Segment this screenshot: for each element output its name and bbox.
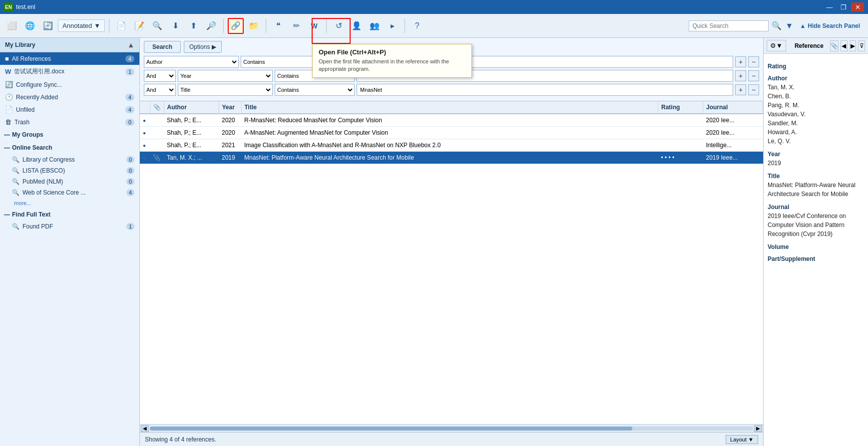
table-row[interactable]: ● Shah, P.; E... 2020 A-MnasNet: Augment… xyxy=(140,127,763,139)
annotated-dropdown[interactable]: Annotated ▼ xyxy=(58,19,105,32)
add-row-1-button[interactable]: + xyxy=(735,56,746,67)
status-text: Showing 4 of 4 references. xyxy=(145,436,216,443)
col-header-journal[interactable]: Journal xyxy=(703,101,763,114)
group-icon[interactable]: 👥 xyxy=(367,18,383,34)
row-rating xyxy=(658,139,703,152)
find-text-icon[interactable]: 🔎 xyxy=(203,18,219,34)
sync-icon[interactable]: 🔄 xyxy=(40,18,56,34)
condition-select-1[interactable]: ContainsDoes Not ContainIs xyxy=(241,56,321,68)
remove-row-2-button[interactable]: − xyxy=(748,70,759,81)
tab-reference[interactable]: Reference xyxy=(790,40,828,51)
quote-icon[interactable]: ❝ xyxy=(270,18,286,34)
sidebar-collapse-btn[interactable]: ▲ xyxy=(127,41,134,49)
new-ref-icon[interactable]: 📄 xyxy=(113,18,129,34)
field-select-1[interactable]: AuthorYearTitle xyxy=(144,56,239,68)
new-ref2-icon[interactable]: 📝 xyxy=(131,18,147,34)
horizontal-scrollbar[interactable]: ◀ ▶ xyxy=(140,424,763,432)
title-bar: EN test.enl — ❐ ✕ xyxy=(0,0,868,14)
scroll-track[interactable] xyxy=(150,427,753,431)
scroll-right-arrow[interactable]: ▶ xyxy=(754,425,762,432)
col-header-title[interactable]: Title xyxy=(241,101,658,114)
table-row[interactable]: ○ 📎 Tan, M. X.; ... 2019 MnasNet: Platfo… xyxy=(140,152,763,164)
table-row[interactable]: ● Shah, P.; E... 2020 R-MnasNet: Reduced… xyxy=(140,114,763,127)
field-select-2[interactable]: YearAuthorTitle xyxy=(178,70,273,82)
sidebar-item-library-of-congress[interactable]: 🔍 Library of Congress 0 xyxy=(0,154,139,165)
rp-prev-button[interactable]: ◀ xyxy=(841,40,848,51)
trash-count: 0 xyxy=(125,119,134,126)
results-area[interactable]: 📎 Author Year Title Rating Journal ● Sha… xyxy=(140,101,763,424)
rp-filter-button[interactable]: ⊽ xyxy=(858,40,865,51)
export-icon[interactable]: ⬆ xyxy=(185,18,201,34)
hide-search-panel-button[interactable]: ▲ Hide Search Panel xyxy=(796,20,864,31)
row-author: Shah, P.; E... xyxy=(164,114,219,127)
quick-search-btn[interactable]: 🔍 xyxy=(771,18,783,34)
rp-attach-button[interactable]: 📎 xyxy=(830,40,839,51)
bool-select-2[interactable]: AndOrNot xyxy=(144,70,176,82)
col-header-author[interactable]: Author xyxy=(164,101,219,114)
quick-search-dropdown[interactable]: ▼ xyxy=(785,18,794,34)
author-icon[interactable]: 👤 xyxy=(349,18,365,34)
online-search-more-link[interactable]: more... xyxy=(0,198,139,208)
word-icon[interactable]: W xyxy=(306,18,322,34)
local-library-icon[interactable]: ⬜ xyxy=(4,18,20,34)
separator-2 xyxy=(223,19,224,33)
sidebar-item-recently-added[interactable]: 🕐 Recently Added 4 xyxy=(0,91,139,103)
pubmed-count: 0 xyxy=(126,178,134,185)
layout-button[interactable]: Layout ▼ xyxy=(726,435,758,444)
remove-row-3-button[interactable]: − xyxy=(748,84,759,95)
add-row-2-button[interactable]: + xyxy=(735,70,746,81)
restore-button[interactable]: ❐ xyxy=(837,2,850,11)
import-icon[interactable]: ⬇ xyxy=(167,18,183,34)
quick-search-input[interactable] xyxy=(689,20,769,31)
col-header-dot[interactable] xyxy=(140,101,150,114)
search-button[interactable]: Search xyxy=(144,41,181,53)
status-bar: Showing 4 of 4 references. Layout ▼ xyxy=(140,432,763,446)
wos-label: Web of Science Core ... xyxy=(22,189,86,196)
my-groups-header[interactable]: — My Groups xyxy=(0,128,139,141)
quick-search-area: 🔍 ▼ ▲ Hide Search Panel xyxy=(689,18,864,34)
configure-sync-label: Configure Sync... xyxy=(16,81,62,88)
refresh-icon[interactable]: ↺ xyxy=(331,18,347,34)
col-header-year[interactable]: Year xyxy=(219,101,241,114)
col-header-attach[interactable]: 📎 xyxy=(150,101,164,114)
options-button[interactable]: Options ▶ xyxy=(184,41,222,53)
found-pdf-icon: 🔍 xyxy=(12,223,19,230)
more-icon[interactable]: ▸ xyxy=(385,18,401,34)
value-input-3[interactable] xyxy=(357,84,733,96)
help-icon[interactable]: ? xyxy=(409,18,425,34)
table-row[interactable]: ● Shah, P.; E... 2021 Image Classificati… xyxy=(140,139,763,152)
sidebar-item-trash[interactable]: 🗑 Trash 0 xyxy=(0,116,139,128)
remove-row-1-button[interactable]: − xyxy=(748,56,759,67)
close-button[interactable]: ✕ xyxy=(851,2,864,11)
sidebar-item-configure-sync[interactable]: 🔄 Configure Sync... xyxy=(0,78,139,91)
sidebar-item-lista-ebsco[interactable]: 🔍 LISTA (EBSCO) 0 xyxy=(0,165,139,176)
sidebar-item-found-pdf[interactable]: 🔍 Found PDF 1 xyxy=(0,221,139,232)
col-header-rating[interactable]: Rating xyxy=(658,101,703,114)
scroll-thumb[interactable] xyxy=(150,427,632,431)
sidebar-item-web-of-science[interactable]: 🔍 Web of Science Core ... 4 xyxy=(0,187,139,198)
rp-gear-button[interactable]: ⚙▼ xyxy=(767,40,786,51)
find-full-text-header[interactable]: — Find Full Text xyxy=(0,208,139,221)
add-row-3-button[interactable]: + xyxy=(735,84,746,95)
condition-select-3[interactable]: ContainsDoes Not Contain xyxy=(275,84,355,96)
web-icon[interactable]: 🌐 xyxy=(22,18,38,34)
open-file-tooltip: Open File (Ctrl+Alt+P) Open the first fi… xyxy=(312,44,472,78)
sidebar-item-unfiled[interactable]: 📄 Unfiled 4 xyxy=(0,103,139,116)
sidebar-item-pubmed[interactable]: 🔍 PubMed (NLM) 0 xyxy=(0,176,139,187)
annotated-arrow: ▼ xyxy=(94,22,100,29)
online-search-header[interactable]: — Online Search xyxy=(0,141,139,154)
unfiled-count: 4 xyxy=(125,106,134,113)
rp-next-button[interactable]: ▶ xyxy=(850,40,857,51)
edit-ref-icon[interactable]: ✏ xyxy=(288,18,304,34)
scroll-left-arrow[interactable]: ◀ xyxy=(141,425,149,432)
link-icon[interactable]: 🔗 xyxy=(228,18,244,34)
bool-select-3[interactable]: AndOrNot xyxy=(144,84,176,96)
field-select-3[interactable]: TitleAuthorYear xyxy=(178,84,273,96)
open-file-icon[interactable]: 📁 xyxy=(246,18,262,34)
sidebar-item-all-references[interactable]: ■ All References 4 xyxy=(0,52,139,65)
minimize-button[interactable]: — xyxy=(823,2,836,11)
sidebar: My Library ▲ ■ All References 4 W 尝试试用引用… xyxy=(0,38,140,446)
sidebar-item-docx[interactable]: W 尝试试用引用.docx 1 xyxy=(0,65,139,78)
online-search-icon[interactable]: 🔍 xyxy=(149,18,165,34)
separator-5 xyxy=(405,19,405,33)
